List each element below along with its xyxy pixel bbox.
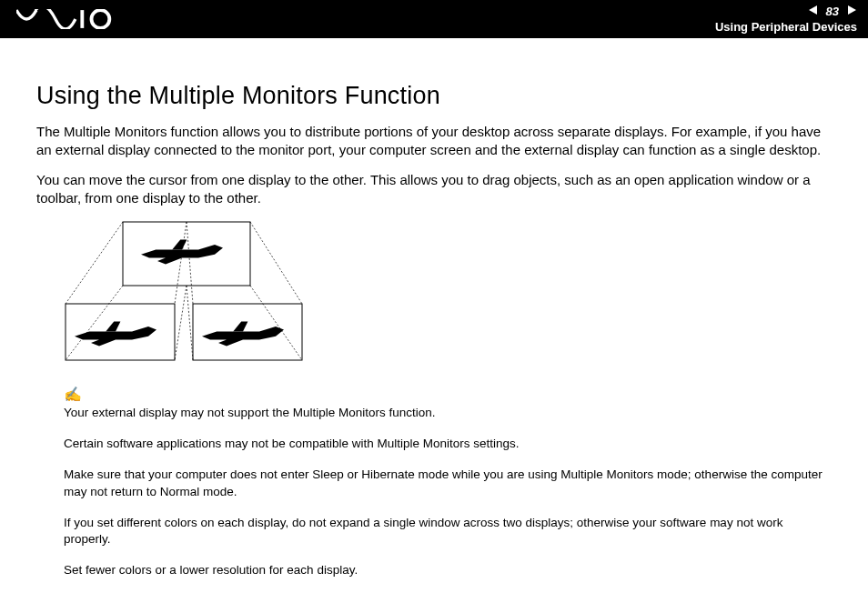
paragraph: The Multiple Monitors function allows yo… xyxy=(36,123,832,160)
svg-marker-2 xyxy=(809,5,817,15)
svg-line-14 xyxy=(250,222,302,304)
note-text: Certain software applications may not be… xyxy=(64,436,832,452)
paragraph: You can move the cursor from one display… xyxy=(36,171,832,208)
note-text: Set fewer colors or a lower resolution f… xyxy=(64,562,832,578)
header-right: 83 Using Peripheral Devices xyxy=(715,5,857,34)
page-content: Using the Multiple Monitors Function The… xyxy=(0,38,868,579)
note-icon: ✍ xyxy=(64,386,832,403)
vaio-logo xyxy=(16,9,116,29)
notes-section: Your external display may not support th… xyxy=(36,405,832,579)
note-text: Make sure that your computer does not en… xyxy=(64,467,832,499)
page-title: Using the Multiple Monitors Function xyxy=(36,82,832,110)
page-number: 83 xyxy=(826,5,839,18)
note-text: Your external display may not support th… xyxy=(64,405,832,421)
page-header: 83 Using Peripheral Devices xyxy=(0,0,868,38)
section-title[interactable]: Using Peripheral Devices xyxy=(715,20,857,34)
svg-line-7 xyxy=(66,222,123,304)
svg-rect-0 xyxy=(80,10,84,28)
note-text: If you set different colors on each disp… xyxy=(64,515,832,548)
svg-line-13 xyxy=(187,286,193,360)
prev-page-arrow-icon[interactable] xyxy=(808,5,819,18)
next-page-arrow-icon[interactable] xyxy=(846,5,857,18)
svg-marker-3 xyxy=(848,5,856,15)
page-navigation: 83 xyxy=(808,5,857,18)
svg-point-1 xyxy=(92,10,110,28)
multiple-monitors-diagram xyxy=(64,220,832,369)
